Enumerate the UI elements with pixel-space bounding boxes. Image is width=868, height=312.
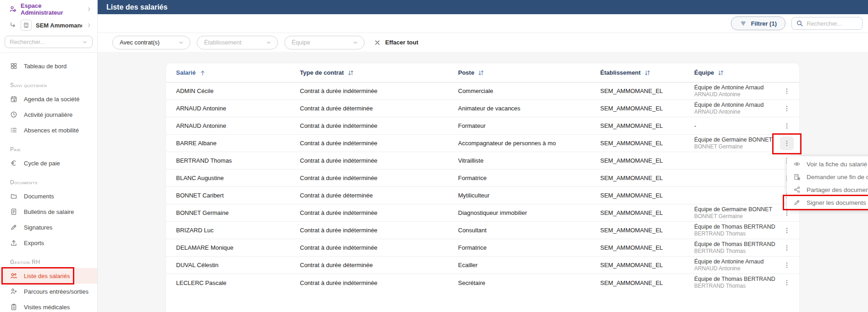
filter-select-etablissement[interactable]: Établissement: [197, 36, 278, 49]
table-row[interactable]: BONNET GermaineContrat à durée indétermi…: [166, 204, 799, 222]
contract-end-icon: [793, 173, 801, 181]
equipe-cell: Équipe de Antonine ArnaudARNAUD Antonine: [694, 102, 779, 115]
table-row[interactable]: BARRE AlbaneContrat à durée indéterminée…: [166, 135, 799, 152]
x-icon: [374, 39, 381, 46]
poste-cell: Animateur de vacances: [458, 105, 600, 112]
column-header-salarié[interactable]: Salarié: [176, 69, 300, 77]
salarie-cell: BONNET Caribert: [176, 192, 300, 199]
table-row[interactable]: BERTRAND ThomasContrat à durée indétermi…: [166, 152, 799, 170]
sort-asc-icon: [199, 69, 206, 77]
equipe-name: Équipe de Thomas BERTRAND: [694, 241, 779, 248]
table-row[interactable]: BLANC AugustineContrat à durée indétermi…: [166, 170, 799, 187]
app-root: Espace Administrateur SEM Ammomane éléga…: [0, 0, 868, 312]
sidebar-search-placeholder: Rechercher...: [10, 38, 79, 45]
kebab-menu-button[interactable]: [780, 102, 794, 115]
equipe-cell: -: [694, 122, 779, 129]
dashboard-icon: [10, 62, 17, 70]
workspace-switcher[interactable]: Espace Administrateur: [0, 2, 97, 16]
kebab-menu-button[interactable]: [780, 119, 794, 133]
sidebar-item-agenda-de-la-soci-t[interactable]: Agenda de la société: [0, 91, 97, 107]
column-header-équipe[interactable]: Équipe: [694, 69, 779, 77]
poste-cell: Formatrice: [458, 244, 600, 251]
sidebar-item-tableau-de-bord[interactable]: Tableau de bord: [0, 58, 97, 74]
sidebar-item-label: Signatures: [24, 224, 52, 231]
table-header-row: SalariéType de contratPosteÉtablissement…: [166, 63, 799, 82]
kebab-menu-button[interactable]: [780, 224, 794, 237]
table-row[interactable]: DUVAL CélestinContrat à durée déterminée…: [166, 257, 799, 274]
column-header-type-de-contrat[interactable]: Type de contrat: [300, 69, 458, 77]
column-header-poste[interactable]: Poste: [458, 69, 600, 77]
menu-item-demander-une-fin-de-contrat[interactable]: Demander une fin de contrat: [787, 170, 868, 183]
clear-filters-button[interactable]: Effacer tout: [374, 39, 418, 46]
sidebar: Espace Administrateur SEM Ammomane éléga…: [0, 0, 98, 312]
kebab-menu-button[interactable]: [780, 137, 794, 150]
poste-cell: Accompagnateur de personnes à mo: [458, 140, 600, 147]
equipe-name: Équipe de Thomas BERTRAND: [694, 276, 779, 283]
kebab-menu-button[interactable]: [780, 241, 794, 255]
sidebar-item-signatures[interactable]: Signatures: [0, 219, 97, 235]
page-header: Liste des salariés: [98, 0, 868, 14]
salarie-cell: ARNAUD Antonine: [176, 122, 300, 129]
table-row[interactable]: LECLERC PascaleContrat à durée indétermi…: [166, 274, 799, 291]
menu-item-voir-la-fiche-du-salarié[interactable]: Voir la fiche du salarié: [787, 158, 868, 170]
chevron-right-icon[interactable]: [86, 6, 92, 12]
payslip-icon: [10, 208, 17, 215]
kebab-menu-button[interactable]: [780, 258, 794, 272]
folder-icon: [10, 192, 17, 200]
row-actions: [779, 118, 795, 134]
employees-icon: [10, 272, 17, 279]
company-switcher[interactable]: SEM Ammomane éléga...: [0, 18, 97, 33]
pen-icon: [10, 224, 17, 231]
poste-cell: Vitrailliste: [458, 157, 600, 164]
poste-cell: Mytiliculteur: [458, 192, 600, 199]
sidebar-item-label: Visites médicales: [24, 304, 70, 311]
sidebar-item-parcours-entr-es-sorties[interactable]: Parcours entrées/sorties: [0, 284, 97, 299]
sidebar-item-absences-et-mobilit[interactable]: Absences et mobilité: [0, 122, 97, 138]
filter-select-equipe[interactable]: Équipe: [284, 36, 365, 49]
sidebar-item-label: Activité journalière: [24, 111, 72, 118]
table-row[interactable]: ARNAUD AntonineContrat à durée indétermi…: [166, 117, 799, 135]
column-header-label: Type de contrat: [300, 69, 344, 76]
salarie-cell: BRIZARD Luc: [176, 227, 300, 234]
menu-item-partager-des-documents[interactable]: Partager des documents: [787, 183, 868, 196]
table-row[interactable]: BRIZARD LucContrat à durée indéterminéeC…: [166, 222, 799, 239]
row-actions: [779, 257, 795, 273]
column-header-label: Salarié: [176, 69, 196, 76]
etablissement-cell: SEM_AMMOMANE_EL: [600, 122, 694, 129]
filter-select-avec-contrats[interactable]: Avec contrat(s): [112, 36, 190, 49]
table-row[interactable]: ADMIN CécileContrat à durée indéterminée…: [166, 82, 799, 100]
table-search-input[interactable]: Rechercher...: [791, 17, 862, 30]
chevron-right-icon[interactable]: [86, 22, 92, 28]
kebab-menu-button[interactable]: [780, 276, 794, 290]
sidebar-item-bulletins-de-salaire[interactable]: Bulletins de salaire: [0, 204, 97, 219]
sort-both-icon: [347, 69, 354, 77]
table-row[interactable]: DELAMARE MoniqueContrat à durée indéterm…: [166, 239, 799, 257]
table-row[interactable]: BONNET CaribertContrat à durée déterminé…: [166, 187, 799, 204]
filter-button[interactable]: Filtrer (1): [731, 16, 785, 30]
salarie-cell: BONNET Germaine: [176, 209, 300, 216]
salarie-cell: DELAMARE Monique: [176, 244, 300, 251]
search-icon: [796, 20, 803, 27]
column-header-label: Équipe: [694, 69, 714, 76]
menu-item-signer-les-documents-de-sortie[interactable]: Signer les documents de sortie: [787, 196, 868, 209]
contrat-cell: Contrat à durée indéterminée: [300, 227, 458, 234]
kebab-menu-button[interactable]: [780, 84, 794, 98]
sidebar-search-input[interactable]: Rechercher...: [5, 36, 93, 48]
sidebar-item-liste-des-salari-s[interactable]: Liste des salariés: [0, 268, 97, 284]
etablissement-cell: SEM_AMMOMANE_EL: [600, 105, 694, 112]
table-body: ADMIN CécileContrat à durée indéterminée…: [166, 82, 799, 291]
equipe-cell: Équipe de Germaine BONNETBONNET Germaine: [694, 137, 779, 150]
sidebar-item-activit-journali-re[interactable]: Activité journalière: [0, 107, 97, 122]
table-row[interactable]: ARNAUD AntonineContrat à durée déterminé…: [166, 100, 799, 117]
salarie-cell: BLANC Augustine: [176, 175, 300, 181]
column-header-établissement[interactable]: Établissement: [600, 69, 694, 77]
eye-icon: [793, 160, 801, 168]
sidebar-item-exports[interactable]: Exports: [0, 235, 97, 251]
clear-filters-label: Effacer tout: [385, 39, 418, 46]
sidebar-item-documents[interactable]: Documents: [0, 188, 97, 204]
menu-item-label: Demander une fin de contrat: [807, 174, 868, 181]
sidebar-item-cycle-de-paie[interactable]: Cycle de paie: [0, 155, 97, 171]
sidebar-item-visites-m-dicales[interactable]: Visites médicales: [0, 299, 97, 312]
equipe-manager: BERTRAND Thomas: [694, 283, 779, 290]
contrat-cell: Contrat à durée indéterminée: [300, 88, 458, 94]
